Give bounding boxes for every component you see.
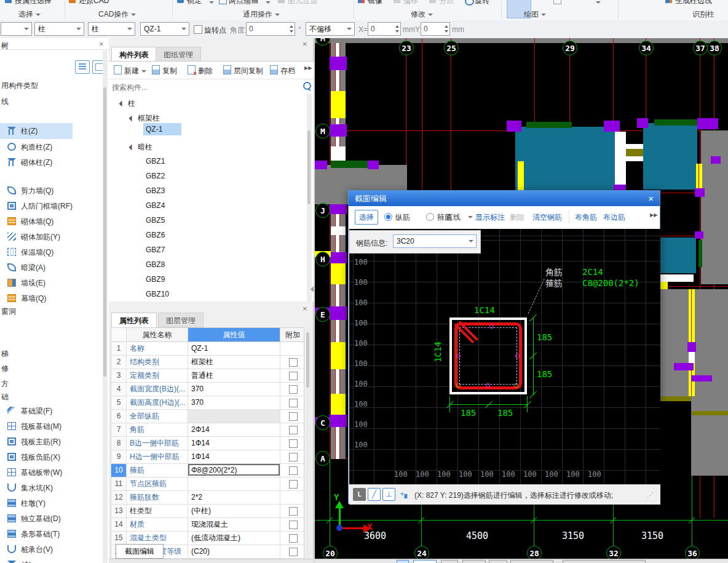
sidebar-item-raft-foundation[interactable]: 筏板基础(M)	[0, 419, 98, 434]
element-filter-button[interactable]: 图元过滤	[288, 0, 317, 6]
attach-checkbox[interactable]	[289, 385, 298, 394]
dialog-toolbar-more-icon[interactable]: ▶▶	[650, 212, 657, 218]
y-input[interactable]: 0	[421, 22, 450, 36]
archive-button[interactable]: 存档	[270, 65, 295, 76]
tree-item-gbz6[interactable]: GBZ6	[146, 231, 165, 239]
tree-node-column[interactable]: 柱	[120, 98, 135, 109]
draw-caret-icon[interactable]	[596, 1, 601, 4]
list-view-button[interactable]	[75, 60, 90, 74]
sidebar-item-curtain-wall[interactable]: 幕墙(Q)	[0, 291, 98, 306]
mirror-button[interactable]: 镜像	[368, 0, 382, 6]
property-row[interactable]: 11节点区箍筋	[111, 477, 304, 491]
sidebar-group-stairs[interactable]: 梯	[1, 349, 9, 359]
longitudinal-radio-label[interactable]: 纵筋	[395, 212, 410, 223]
column-block[interactable]	[330, 306, 347, 320]
x-input[interactable]: 0	[368, 22, 401, 36]
property-row[interactable]: 3定额类别普通柱	[111, 369, 304, 383]
tree-node-hidden-column[interactable]: 暗柱	[130, 142, 152, 153]
dimension-label[interactable]: 185	[461, 408, 476, 418]
property-row[interactable]: 14材质现浇混凝土	[111, 518, 304, 532]
sidebar-group-axis[interactable]: 线	[1, 97, 9, 107]
sidebar-item-pile-cap[interactable]: 桩承台(V)	[0, 542, 98, 557]
stirrup-radio[interactable]	[426, 213, 434, 221]
property-scrollbar[interactable]	[306, 327, 311, 561]
restore-cad-button[interactable]: 还原CAD	[79, 0, 109, 6]
attach-checkbox[interactable]	[289, 466, 298, 475]
aux-axis-button[interactable]: 两点辅轴	[229, 0, 258, 6]
copy-component-button[interactable]: 复制	[152, 65, 177, 76]
attach-checkbox[interactable]	[289, 534, 298, 543]
property-row[interactable]: 7角筋2Φ14	[111, 423, 304, 437]
sidebar-item-foundation-slab-band[interactable]: 基础板带(W)	[0, 465, 98, 480]
rebar-point[interactable]	[486, 383, 490, 388]
sidebar-item-hidden-beam[interactable]: 暗梁(A)	[0, 260, 98, 275]
layer-combobox[interactable]	[1, 22, 32, 36]
stirrup-spec-label[interactable]: C8@200(2*2)	[582, 278, 639, 288]
delete-button[interactable]: 删除	[510, 212, 524, 223]
diagonal-snap-tool-icon[interactable]: ╱	[368, 488, 381, 501]
search-input[interactable]	[109, 80, 304, 94]
dialog-close-icon[interactable]: ×	[648, 191, 654, 206]
clear-rebar-button[interactable]: 清空钢筋	[532, 212, 562, 223]
column-block[interactable]	[330, 252, 347, 263]
component-list-scrollbar[interactable]	[307, 94, 312, 301]
tree-item-gbz1[interactable]: GBZ1	[146, 157, 165, 166]
corner-spec-label[interactable]: 2C14	[582, 267, 603, 277]
opening-block[interactable]	[696, 164, 702, 191]
group-label-cad[interactable]: CAD操作	[98, 9, 136, 20]
rebar-point[interactable]	[514, 383, 518, 388]
attach-checkbox[interactable]	[289, 548, 298, 556]
wall-block[interactable]	[691, 396, 728, 411]
tree-item-gbz7[interactable]: GBZ7	[146, 246, 165, 254]
beam-block[interactable]	[331, 161, 368, 168]
beam-block[interactable]	[526, 122, 572, 128]
sidebar-group-earthwork[interactable]: 方	[1, 379, 9, 389]
lock-caret-icon[interactable]	[209, 1, 214, 4]
door-opening[interactable]	[331, 226, 346, 235]
sidebar-item-insulation-wall[interactable]: 保温墙(Q)	[0, 245, 98, 260]
rebar-point[interactable]	[489, 324, 494, 329]
property-panel-close-icon[interactable]: ×	[303, 305, 307, 313]
column-block[interactable]	[687, 342, 696, 352]
rebar-info-combobox[interactable]: 3C20	[393, 234, 477, 248]
tab-component-list[interactable]: 构件列表	[111, 47, 157, 62]
sidebar-item-raft-negative-rebar[interactable]: 筏板负筋(X)	[0, 450, 98, 465]
sidebar-item-shear-wall[interactable]: 剪力墙(Q)	[0, 183, 98, 198]
property-row[interactable]: 2结构类别框架柱	[111, 356, 304, 369]
statusbar-partial-button[interactable]	[397, 560, 409, 563]
property-row[interactable]: 4截面宽度(B边)(...370	[111, 383, 304, 396]
column-block[interactable]	[368, 161, 379, 169]
column-block[interactable]	[695, 188, 705, 197]
sidebar-item-isolated-foundation[interactable]: 独立基础(D)	[0, 511, 98, 526]
property-row[interactable]: 1名称QZ-1	[111, 342, 304, 356]
attach-checkbox[interactable]	[289, 358, 298, 367]
statusbar-partial-button[interactable]	[563, 560, 646, 563]
tab-drawing-management[interactable]: 图纸管理	[156, 47, 201, 62]
statusbar-partial-button[interactable]	[413, 560, 437, 563]
sidebar-close-icon[interactable]: ×	[99, 41, 104, 48]
property-row[interactable]: 13柱类型(中柱)	[111, 505, 304, 518]
property-row[interactable]: 6全部纵筋	[111, 410, 304, 423]
section-edit-dialog[interactable]: 截面编辑 × 选择 纵筋 箍筋 直线 显示标注 删除 清空钢筋 布角筋 布边筋 …	[348, 190, 660, 504]
column-block[interactable]	[637, 118, 648, 128]
rebar-point[interactable]	[515, 354, 520, 358]
sidebar-item-raft-main-rebar[interactable]: 筏板主筋(R)	[0, 434, 98, 449]
door-opening[interactable]	[331, 146, 346, 161]
room-fill[interactable]	[643, 123, 697, 190]
interlayer-copy-button[interactable]: 层间复制	[223, 65, 263, 76]
top-bar-label[interactable]: 1C14	[474, 305, 495, 315]
sidebar-group-foundation[interactable]: 础	[1, 392, 9, 402]
beam-block[interactable]	[654, 119, 698, 126]
sidebar-item-constructional-column[interactable]: 构造柱(Z)	[0, 140, 98, 154]
sidebar-item-masonry-wall[interactable]: 砌体墙(Q)	[0, 214, 98, 229]
sidebar-item-column-pier[interactable]: 柱墩(Y)	[0, 496, 98, 511]
type-combobox[interactable]: 柱	[88, 22, 135, 36]
sidebar-item-column[interactable]: 柱(Z)	[0, 124, 98, 138]
perpendicular-snap-tool-icon[interactable]: ⊥	[382, 488, 395, 501]
column-block[interactable]	[674, 363, 694, 370]
tree-item-qz1-selected[interactable]: QZ-1	[143, 123, 181, 135]
resize-grip-icon[interactable]: ⋰	[647, 491, 654, 499]
offset-mode-combobox[interactable]: 不偏移	[306, 22, 355, 36]
sidebar-item-masonry-reinforcement[interactable]: 砌体加筋(Y)	[0, 230, 98, 244]
sidebar-item-pile[interactable]: 桩(	[0, 557, 98, 563]
